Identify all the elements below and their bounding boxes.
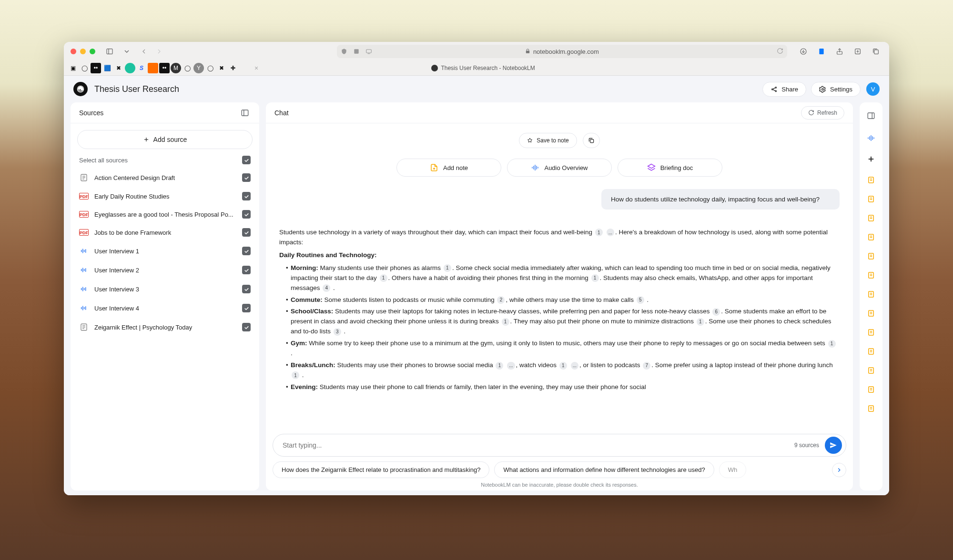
note-strip-icon[interactable] bbox=[863, 229, 879, 245]
source-item[interactable]: PDFJobs to be done Framework bbox=[77, 223, 253, 241]
chevron-down-icon[interactable] bbox=[120, 45, 133, 58]
favicon[interactable]: •• bbox=[159, 63, 170, 73]
citation[interactable]: 1 bbox=[697, 318, 704, 326]
suggestion-chip[interactable]: How does the Zeigarnik Effect relate to … bbox=[273, 461, 489, 478]
send-button[interactable] bbox=[825, 437, 842, 454]
select-all-row[interactable]: Select all sources bbox=[77, 149, 253, 168]
source-item[interactable]: PDFEyeglasses are a good tool - Thesis P… bbox=[77, 205, 253, 223]
note-strip-icon[interactable] bbox=[863, 362, 879, 379]
collapse-panel-icon[interactable] bbox=[239, 107, 251, 119]
citation[interactable]: ... bbox=[571, 362, 578, 370]
favicon[interactable]: 🟦 bbox=[102, 63, 112, 73]
close-tab-icon[interactable]: × bbox=[251, 64, 262, 72]
source-checkbox[interactable] bbox=[242, 228, 251, 237]
note-strip-icon[interactable] bbox=[863, 267, 879, 283]
source-item[interactable]: User Interview 3 bbox=[77, 280, 253, 299]
address-bar[interactable]: notebooklm.google.com bbox=[337, 45, 787, 58]
suggestion-chip[interactable]: What actions and information define how … bbox=[494, 461, 714, 478]
citation[interactable]: 1 bbox=[380, 274, 387, 282]
audio-strip-icon[interactable] bbox=[863, 130, 879, 146]
favicon[interactable]: S bbox=[136, 63, 147, 73]
source-checkbox[interactable] bbox=[242, 173, 251, 182]
share-button[interactable]: Share bbox=[762, 82, 806, 97]
favicon[interactable]: Y bbox=[193, 63, 204, 73]
source-item[interactable]: Zeigarnik Effect | Psychology Today bbox=[77, 318, 253, 337]
maximize-window-button[interactable] bbox=[90, 49, 95, 54]
favicon[interactable]: ▣ bbox=[68, 63, 78, 73]
source-item[interactable]: User Interview 2 bbox=[77, 260, 253, 280]
note-strip-icon[interactable] bbox=[863, 400, 879, 417]
citation[interactable]: 1 bbox=[502, 318, 509, 326]
note-strip-icon[interactable] bbox=[863, 324, 879, 340]
tabs-icon[interactable] bbox=[869, 45, 882, 58]
note-strip-icon[interactable] bbox=[863, 172, 879, 188]
citation[interactable]: 1 bbox=[828, 340, 836, 348]
favicon[interactable] bbox=[148, 63, 158, 73]
citation[interactable]: ... bbox=[507, 362, 515, 370]
reload-icon[interactable] bbox=[777, 48, 783, 54]
citation[interactable]: 1 bbox=[559, 362, 567, 370]
new-tab-icon[interactable] bbox=[851, 45, 864, 58]
source-item[interactable]: User Interview 4 bbox=[77, 299, 253, 318]
favicon[interactable]: ◯ bbox=[79, 63, 90, 73]
share-icon[interactable] bbox=[833, 45, 846, 58]
note-strip-icon[interactable] bbox=[863, 343, 879, 360]
suggestions-next-button[interactable] bbox=[832, 463, 846, 477]
citation[interactable]: 4 bbox=[323, 284, 330, 292]
add-source-button[interactable]: Add source bbox=[77, 130, 253, 149]
sidebar-toggle-icon[interactable] bbox=[103, 45, 116, 58]
favicon[interactable]: ✖ bbox=[216, 63, 227, 73]
app-logo-icon[interactable] bbox=[73, 82, 88, 96]
citation[interactable]: 1 bbox=[444, 264, 451, 272]
reader-icon[interactable] bbox=[815, 45, 828, 58]
chat-input[interactable] bbox=[283, 441, 794, 449]
citation[interactable]: 7 bbox=[643, 362, 650, 370]
favicon[interactable]: ◯ bbox=[182, 63, 193, 73]
source-checkbox[interactable] bbox=[242, 304, 251, 312]
note-strip-icon[interactable] bbox=[863, 381, 879, 398]
source-checkbox[interactable] bbox=[242, 192, 251, 200]
minimize-window-button[interactable] bbox=[80, 49, 86, 54]
tab-title[interactable]: Thesis User Research - NotebookLM bbox=[263, 65, 703, 71]
copy-button[interactable] bbox=[583, 133, 600, 148]
forward-button[interactable] bbox=[152, 45, 166, 58]
note-strip-icon[interactable] bbox=[863, 248, 879, 264]
citation[interactable]: 1 bbox=[496, 362, 503, 370]
expand-panel-icon[interactable] bbox=[865, 110, 877, 121]
note-strip-icon[interactable] bbox=[863, 191, 879, 207]
downloads-icon[interactable] bbox=[797, 45, 810, 58]
close-window-button[interactable] bbox=[71, 49, 76, 54]
note-strip-icon[interactable] bbox=[863, 305, 879, 321]
citation[interactable]: 6 bbox=[712, 308, 720, 316]
citation[interactable]: 1 bbox=[595, 229, 603, 236]
citation[interactable]: 3 bbox=[334, 328, 341, 336]
avatar[interactable]: V bbox=[866, 82, 880, 96]
citation[interactable]: 5 bbox=[637, 296, 644, 304]
source-item[interactable]: Action Centered Design Draft bbox=[77, 168, 253, 187]
source-checkbox[interactable] bbox=[242, 210, 251, 219]
citation[interactable]: ... bbox=[607, 229, 614, 236]
favicon[interactable]: ✚ bbox=[228, 63, 238, 73]
favicon[interactable]: •• bbox=[91, 63, 101, 73]
citation[interactable]: 1 bbox=[292, 371, 299, 379]
favicon[interactable]: M bbox=[171, 63, 181, 73]
favicon[interactable]: ✖ bbox=[113, 63, 124, 73]
select-all-checkbox[interactable] bbox=[242, 156, 251, 164]
suggestion-chip[interactable]: Wh bbox=[719, 461, 747, 478]
audio-overview-button[interactable]: Audio Overview bbox=[507, 159, 612, 177]
briefing-doc-button[interactable]: Briefing doc bbox=[618, 159, 722, 177]
refresh-button[interactable]: Refresh bbox=[801, 106, 844, 120]
back-button[interactable] bbox=[137, 45, 151, 58]
source-item[interactable]: User Interview 1 bbox=[77, 241, 253, 260]
note-strip-icon[interactable] bbox=[863, 210, 879, 226]
source-checkbox[interactable] bbox=[242, 266, 251, 274]
favicon[interactable] bbox=[239, 63, 250, 73]
source-checkbox[interactable] bbox=[242, 323, 251, 331]
save-to-note-button[interactable]: Save to note bbox=[519, 133, 577, 148]
add-note-button[interactable]: Add note bbox=[396, 159, 501, 177]
settings-button[interactable]: Settings bbox=[811, 82, 861, 97]
chat-scroll[interactable]: Save to note Add note bbox=[266, 123, 853, 429]
add-strip-icon[interactable] bbox=[863, 151, 879, 167]
source-checkbox[interactable] bbox=[242, 285, 251, 293]
source-checkbox[interactable] bbox=[242, 247, 251, 255]
